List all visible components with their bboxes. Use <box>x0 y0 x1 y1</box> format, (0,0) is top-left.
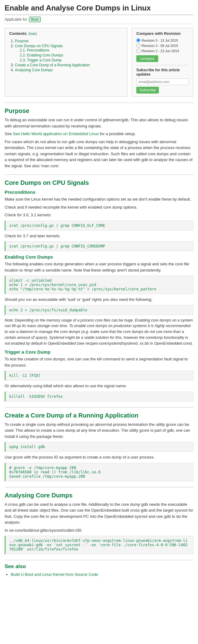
cpu-signals-divider <box>5 174 193 175</box>
enabling-code1: ulimit -c unlimited echo 1 > /proc/sys/k… <box>5 276 193 294</box>
create-core-text2: Use gcore with the process ID as argumen… <box>5 454 193 460</box>
revision-3-label: Revision 2 - 23 Jun 2014 <box>142 49 179 53</box>
compare-button[interactable]: compare <box>136 55 158 62</box>
trigger-heading: Trigger a Core Dump <box>5 349 193 355</box>
purpose-heading: Purpose <box>5 107 193 114</box>
purpose-see-suffix: for a possible setup. <box>99 131 136 136</box>
trigger-text2: Or alternatively using killall which als… <box>5 383 193 389</box>
create-core-divider <box>5 407 193 408</box>
analysing-divider <box>5 487 193 488</box>
compare-title: Compare with Revision <box>136 31 189 36</box>
contents-title: Contents <box>9 31 27 36</box>
revision-2-radio[interactable] <box>136 44 140 48</box>
preconditions-code2: zcat /proc/config.gz | grep CONFIG_CORED… <box>5 241 193 251</box>
page-title: Enable and Analyse Core Dumps in Linux <box>5 3 193 13</box>
revision-1-radio[interactable] <box>136 38 140 42</box>
toc-item-2-2[interactable]: 2.2. Enabling Core Dumps <box>20 53 63 57</box>
create-core-text1: To create a single core dump without pro… <box>5 422 193 440</box>
purpose-see-prefix: See <box>5 131 13 136</box>
toc-item-2-3[interactable]: 2.3. Trigger a Core Dump <box>20 58 61 62</box>
preconditions-text3: Check for 3.0, 3.1 kernels: <box>5 212 193 218</box>
create-core-heading: Create a Core Dump of a Running Applicat… <box>5 412 193 419</box>
applicable-bar: Applicable for linux <box>5 15 193 24</box>
enabling-text1: The following enables core dump generati… <box>5 261 193 273</box>
revision-2-group: Revision 3 - 09 Jul 2015 <box>136 44 189 48</box>
preconditions-code1: zcat /proc/config.gz | grep CONFIG_ELF_C… <box>5 221 193 231</box>
trigger-text1: To test the creation of core dumps, one … <box>5 356 193 368</box>
toc-item-4[interactable]: Analysing Core Dumps <box>15 68 53 72</box>
toc-item-2-1[interactable]: 2.1. Preconditions <box>20 48 49 52</box>
purpose-see: See See Hello World application on Embed… <box>5 131 193 137</box>
create-core-code1: opkg install gdb <box>5 442 193 452</box>
toc-item-2[interactable]: Core Dumps on CPU Signals <box>15 44 63 48</box>
purpose-text2: For cases which do not allow to run gdb … <box>5 139 193 169</box>
analysing-text2: In oe-core/build/out-glibc/sysroot/colib… <box>5 527 193 534</box>
preconditions-text4: Check for 3.7 and later kernels: <box>5 233 193 239</box>
contents-box: Contents [hide] Purpose Core Dumps on CP… <box>5 28 127 97</box>
enabling-code2: echo 2 > /proc/sys/fs/suid_dumpable <box>5 305 193 315</box>
create-core-code2: # gcore -o /tmp/core-myapp 280 0x76f4658… <box>5 463 193 481</box>
see-also-section: See also Build U-Boot and Linux Kernel f… <box>5 560 193 577</box>
analysing-text1: A cross gdb can be used to analyse a cor… <box>5 501 193 526</box>
see-also-item: Build U-Boot and Linux Kernel from Sourc… <box>11 572 193 577</box>
contents-list: Purpose Core Dumps on CPU Signals 2.1. P… <box>9 39 123 72</box>
revision-1-group: Revision 5 - 13 Jul 2015 <box>136 38 189 42</box>
preconditions-text1: Make sure the Linux kernel has the neede… <box>5 196 193 202</box>
hello-world-link[interactable]: See Hello World application on Embedded … <box>13 131 99 136</box>
compare-box: Compare with Revision Revision 5 - 13 Ju… <box>132 28 193 97</box>
toc-item-1[interactable]: Purpose <box>15 39 29 43</box>
applicable-label: Applicable for <box>5 17 27 22</box>
analysing-heading: Analysing Core Dumps <box>5 492 193 499</box>
revision-2-label: Revision 3 - 09 Jul 2015 <box>142 44 178 48</box>
subscribe-title: Subscribe for this article updates <box>136 65 189 77</box>
contents-hide[interactable]: [hide] <box>28 32 37 35</box>
subscribe-button[interactable]: Subscribe <box>136 87 159 93</box>
toc-item-3[interactable]: Create a Core Dump of a Running Applicat… <box>15 63 90 67</box>
trigger-code2: killall -SIGSEGV firefox <box>5 392 193 401</box>
enabling-note: Note: Depending on the memory usage of a… <box>5 318 193 347</box>
enabling-text2: Should you run an executable with 'suid'… <box>5 297 193 303</box>
cpu-signals-heading: Core Dumps on CPU Signals <box>5 179 193 186</box>
purpose-divider <box>5 102 193 103</box>
revision-3-group: Revision 2 - 23 Jun 2014 <box>136 49 189 53</box>
revision-3-radio[interactable] <box>136 49 140 53</box>
preconditions-text2: Check and if needed recompile the kernel… <box>5 204 193 210</box>
applicable-tag[interactable]: linux <box>29 17 41 22</box>
see-also-list: Build U-Boot and Linux Kernel from Sourc… <box>5 572 193 577</box>
trigger-code1: kill -11 [PID] <box>5 371 193 380</box>
preconditions-heading: Preconditions <box>5 189 193 195</box>
top-section: Contents [hide] Purpose Core Dumps on CP… <box>5 28 193 97</box>
see-also-link[interactable]: Build U-Boot and Linux Kernel from Sourc… <box>11 572 98 577</box>
revision-1-label: Revision 5 - 13 Jul 2015 <box>142 39 178 42</box>
enabling-heading: Enabling Core Dumps <box>5 254 193 260</box>
see-also-heading: See also <box>5 563 193 570</box>
email-input[interactable] <box>136 78 189 85</box>
analysing-code1: ../x86_64-linux/usr/bin/armv7ahf-vfp-neo… <box>5 536 193 554</box>
purpose-text1: To debug an executable one can run it un… <box>5 117 193 129</box>
